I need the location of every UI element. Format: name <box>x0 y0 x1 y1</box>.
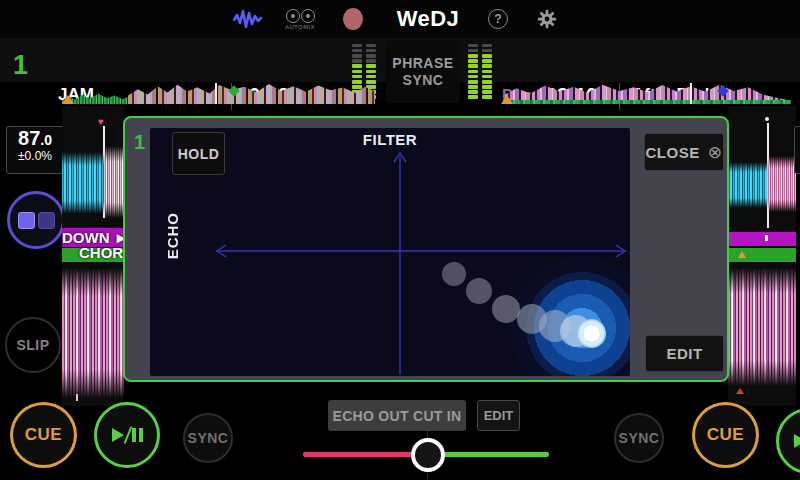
help-button[interactable]: ? <box>486 0 510 38</box>
play-pause-icon <box>112 426 143 444</box>
cue-marker-icon <box>62 95 74 104</box>
deck1-zoomed-waveform[interactable]: ♥ DOWN ► CHORUS <box>62 106 124 406</box>
marker-dot-icon <box>765 117 769 121</box>
fx-close-button[interactable]: CLOSE ⊗ <box>644 133 724 171</box>
hold-label: HOLD <box>178 146 220 162</box>
fx-assign-edit-button[interactable]: EDIT <box>477 400 520 431</box>
crossfader-track-right[interactable] <box>427 452 549 457</box>
bpm-decimal: .0 <box>40 132 52 148</box>
bpm-value: 87 <box>18 127 40 149</box>
slip-button[interactable]: SLIP <box>5 317 61 373</box>
fx-hold-button[interactable]: HOLD <box>172 132 225 175</box>
deck2-level-meter <box>468 42 496 99</box>
waveform-view-icon[interactable] <box>228 0 268 38</box>
crossfader-track-left[interactable] <box>303 452 427 457</box>
fx-edit-label: EDIT <box>666 345 702 362</box>
waveform-texture <box>728 162 767 208</box>
phrase-label-chorus: CHORUS <box>79 244 124 261</box>
crossfader-knob[interactable] <box>411 438 445 472</box>
help-icon: ? <box>488 9 508 29</box>
play-pause-icon <box>794 432 800 450</box>
fx-panel-deck-number: 1 <box>134 131 145 154</box>
fx-edit-button[interactable]: EDIT <box>645 335 724 372</box>
settings-button[interactable] <box>534 0 560 38</box>
phrase-sync-button[interactable]: PHRASE SYNC <box>386 41 460 103</box>
record-button[interactable] <box>340 0 366 38</box>
deck1-play-pause-button[interactable] <box>94 402 160 468</box>
fx-trail-dot <box>442 262 466 286</box>
cue-marker-icon <box>736 388 744 394</box>
record-icon <box>343 8 363 30</box>
waveform-icon <box>233 8 263 30</box>
waveform-texture <box>767 156 796 212</box>
deck1-number: 1 <box>13 50 28 81</box>
fx-assign-edit-label: EDIT <box>484 408 514 423</box>
deck2-overview-waveform[interactable] <box>499 83 791 104</box>
deck2-cue-button[interactable]: CUE <box>692 402 759 468</box>
slip-label: SLIP <box>16 337 49 353</box>
automix-label: AUTOMIX <box>285 24 315 30</box>
fx-touch-point[interactable] <box>577 319 606 348</box>
deck2-phrase-bar <box>728 232 796 246</box>
waveform-texture <box>128 83 375 104</box>
deck1-overview-waveform[interactable] <box>62 83 375 104</box>
gear-icon <box>536 8 558 30</box>
cue-label: CUE <box>707 425 744 445</box>
fx-trail-dot <box>466 278 492 304</box>
deck2-overview-playhead <box>690 83 692 104</box>
top-bar: AUTOMIX WeDJ ? <box>0 0 800 38</box>
automix-button[interactable]: AUTOMIX <box>278 0 322 38</box>
deck1-cue-button[interactable]: CUE <box>10 402 77 468</box>
phrase-sync-label-2: SYNC <box>403 72 444 89</box>
cue-label: CUE <box>25 425 62 445</box>
deck2-play-pause-button[interactable] <box>776 408 800 474</box>
close-label: CLOSE <box>646 144 700 161</box>
waveform-texture <box>728 268 796 386</box>
sync-label: SYNC <box>188 430 229 446</box>
deck2-zoomed-waveform[interactable] <box>728 106 796 406</box>
cue-marker-icon <box>738 251 746 258</box>
wedj-screen: AUTOMIX WeDJ ? JAM 02:36 <box>0 0 800 480</box>
deck2-sync-button[interactable]: SYNC <box>614 413 664 463</box>
deck1-overview-playhead <box>215 83 217 104</box>
fx-assign-button[interactable]: ECHO OUT CUT IN <box>328 400 466 431</box>
phrase-sync-label-1: PHRASE <box>392 55 453 72</box>
waveform-texture <box>104 146 124 218</box>
cue-marker-icon <box>501 95 513 104</box>
deck1-bpm-display[interactable]: 87.0 ±0.0% <box>6 126 64 174</box>
fx-trail-dot <box>492 295 520 323</box>
deck1-sync-button[interactable]: SYNC <box>183 413 233 463</box>
tempo-range: ±0.0% <box>7 149 63 163</box>
fx-panel: 1 FILTER ECHO HOLD <box>123 116 729 382</box>
pads-icon <box>38 212 55 229</box>
waveform-texture <box>62 268 124 398</box>
beat-tick <box>76 394 78 401</box>
app-title: WeDJ <box>388 0 468 38</box>
waveform-texture <box>505 100 791 104</box>
pads-icon <box>18 212 35 229</box>
automix-icon <box>286 9 315 23</box>
close-icon: ⊗ <box>708 142 723 163</box>
marker-tick <box>765 235 768 241</box>
sync-label: SYNC <box>619 430 660 446</box>
fx-assign-label: ECHO OUT CUT IN <box>333 408 462 424</box>
deck2-bpm-display[interactable] <box>794 126 800 174</box>
waveform-texture <box>62 152 104 214</box>
performance-pads-button[interactable] <box>7 191 65 249</box>
